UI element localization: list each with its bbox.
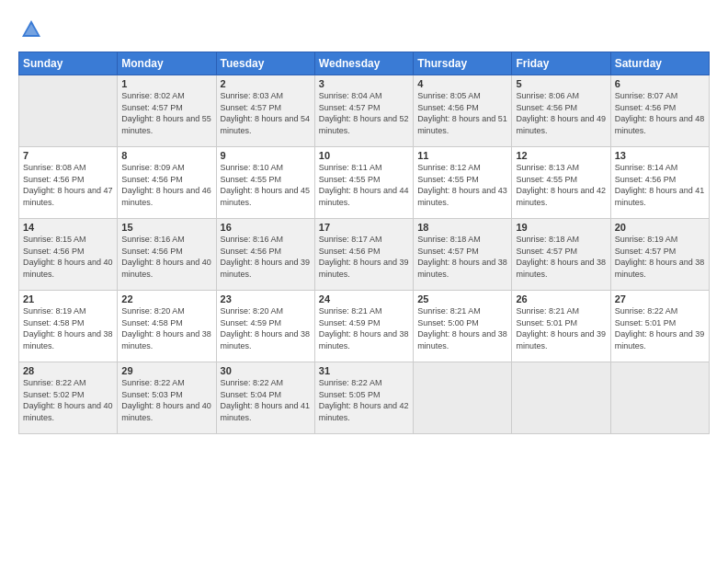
day-number: 6 — [615, 78, 705, 89]
day-info: Sunrise: 8:18 AMSunset: 4:57 PMDaylight:… — [516, 234, 606, 280]
calendar-day-cell: 9Sunrise: 8:10 AMSunset: 4:55 PMDaylight… — [216, 147, 314, 219]
day-number: 30 — [221, 365, 311, 376]
day-info: Sunrise: 8:14 AMSunset: 4:56 PMDaylight:… — [615, 162, 705, 208]
day-info: Sunrise: 8:10 AMSunset: 4:55 PMDaylight:… — [221, 162, 311, 208]
calendar-day-cell: 20Sunrise: 8:19 AMSunset: 4:57 PMDayligh… — [610, 219, 709, 291]
day-info: Sunrise: 8:22 AMSunset: 5:02 PMDaylight:… — [23, 377, 113, 423]
day-number: 20 — [615, 222, 705, 233]
calendar-weekday-tuesday: Tuesday — [216, 52, 314, 75]
day-number: 13 — [615, 150, 705, 161]
calendar-day-cell: 30Sunrise: 8:22 AMSunset: 5:04 PMDayligh… — [216, 362, 314, 434]
logo-icon — [18, 17, 44, 42]
calendar-day-cell: 12Sunrise: 8:13 AMSunset: 4:55 PMDayligh… — [512, 147, 610, 219]
calendar-day-cell: 11Sunrise: 8:12 AMSunset: 4:55 PMDayligh… — [414, 147, 512, 219]
day-info: Sunrise: 8:02 AMSunset: 4:57 PMDaylight:… — [121, 90, 211, 136]
calendar-day-cell — [610, 362, 709, 434]
calendar-day-cell: 18Sunrise: 8:18 AMSunset: 4:57 PMDayligh… — [414, 219, 512, 291]
day-number: 17 — [319, 222, 409, 233]
calendar-week-row: 28Sunrise: 8:22 AMSunset: 5:02 PMDayligh… — [19, 362, 710, 434]
day-number: 11 — [417, 150, 507, 161]
day-number: 23 — [221, 293, 311, 304]
calendar-week-row: 1Sunrise: 8:02 AMSunset: 4:57 PMDaylight… — [19, 75, 710, 147]
day-number: 22 — [121, 293, 211, 304]
day-number: 25 — [417, 293, 507, 304]
calendar-day-cell: 23Sunrise: 8:20 AMSunset: 4:59 PMDayligh… — [216, 291, 314, 362]
calendar-day-cell: 2Sunrise: 8:03 AMSunset: 4:57 PMDaylight… — [216, 75, 314, 147]
calendar-table: SundayMondayTuesdayWednesdayThursdayFrid… — [18, 52, 710, 434]
calendar-day-cell: 24Sunrise: 8:21 AMSunset: 4:59 PMDayligh… — [314, 291, 413, 362]
calendar-header-row: SundayMondayTuesdayWednesdayThursdayFrid… — [19, 52, 710, 75]
calendar-day-cell — [19, 75, 118, 147]
day-info: Sunrise: 8:11 AMSunset: 4:55 PMDaylight:… — [319, 162, 409, 208]
calendar-day-cell: 3Sunrise: 8:04 AMSunset: 4:57 PMDaylight… — [314, 75, 413, 147]
day-info: Sunrise: 8:20 AMSunset: 4:59 PMDaylight:… — [221, 305, 311, 351]
day-number: 1 — [121, 78, 211, 89]
calendar-week-row: 21Sunrise: 8:19 AMSunset: 4:58 PMDayligh… — [19, 291, 710, 362]
day-info: Sunrise: 8:04 AMSunset: 4:57 PMDaylight:… — [319, 90, 409, 136]
day-info: Sunrise: 8:06 AMSunset: 4:56 PMDaylight:… — [516, 90, 606, 136]
day-number: 14 — [23, 222, 113, 233]
calendar-day-cell: 5Sunrise: 8:06 AMSunset: 4:56 PMDaylight… — [512, 75, 610, 147]
calendar-week-row: 14Sunrise: 8:15 AMSunset: 4:56 PMDayligh… — [19, 219, 710, 291]
day-info: Sunrise: 8:21 AMSunset: 5:00 PMDaylight:… — [417, 305, 507, 351]
day-number: 4 — [417, 78, 507, 89]
day-info: Sunrise: 8:22 AMSunset: 5:03 PMDaylight:… — [121, 377, 211, 423]
calendar-day-cell — [414, 362, 512, 434]
day-info: Sunrise: 8:22 AMSunset: 5:05 PMDaylight:… — [319, 377, 409, 423]
day-number: 3 — [319, 78, 409, 89]
calendar-day-cell: 31Sunrise: 8:22 AMSunset: 5:05 PMDayligh… — [314, 362, 413, 434]
calendar-day-cell: 28Sunrise: 8:22 AMSunset: 5:02 PMDayligh… — [19, 362, 118, 434]
day-number: 12 — [516, 150, 606, 161]
day-number: 24 — [319, 293, 409, 304]
day-number: 31 — [319, 365, 409, 376]
day-info: Sunrise: 8:12 AMSunset: 4:55 PMDaylight:… — [417, 162, 507, 208]
day-info: Sunrise: 8:22 AMSunset: 5:04 PMDaylight:… — [221, 377, 311, 423]
day-number: 15 — [121, 222, 211, 233]
header — [18, 17, 710, 42]
day-number: 10 — [319, 150, 409, 161]
calendar-weekday-wednesday: Wednesday — [314, 52, 413, 75]
calendar-day-cell: 22Sunrise: 8:20 AMSunset: 4:58 PMDayligh… — [118, 291, 216, 362]
day-number: 26 — [516, 293, 606, 304]
day-info: Sunrise: 8:19 AMSunset: 4:58 PMDaylight:… — [23, 305, 113, 351]
calendar-day-cell: 26Sunrise: 8:21 AMSunset: 5:01 PMDayligh… — [512, 291, 610, 362]
day-number: 5 — [516, 78, 606, 89]
day-number: 16 — [221, 222, 311, 233]
calendar-day-cell: 17Sunrise: 8:17 AMSunset: 4:56 PMDayligh… — [314, 219, 413, 291]
calendar-weekday-saturday: Saturday — [610, 52, 709, 75]
calendar-day-cell: 15Sunrise: 8:16 AMSunset: 4:56 PMDayligh… — [118, 219, 216, 291]
day-info: Sunrise: 8:09 AMSunset: 4:56 PMDaylight:… — [121, 162, 211, 208]
calendar-day-cell — [512, 362, 610, 434]
day-info: Sunrise: 8:08 AMSunset: 4:56 PMDaylight:… — [23, 162, 113, 208]
day-number: 8 — [121, 150, 211, 161]
calendar-day-cell: 10Sunrise: 8:11 AMSunset: 4:55 PMDayligh… — [314, 147, 413, 219]
day-number: 2 — [221, 78, 311, 89]
day-number: 21 — [23, 293, 113, 304]
calendar-day-cell: 4Sunrise: 8:05 AMSunset: 4:56 PMDaylight… — [414, 75, 512, 147]
calendar-weekday-monday: Monday — [118, 52, 216, 75]
calendar-week-row: 7Sunrise: 8:08 AMSunset: 4:56 PMDaylight… — [19, 147, 710, 219]
day-info: Sunrise: 8:13 AMSunset: 4:55 PMDaylight:… — [516, 162, 606, 208]
calendar-weekday-friday: Friday — [512, 52, 610, 75]
calendar-day-cell: 25Sunrise: 8:21 AMSunset: 5:00 PMDayligh… — [414, 291, 512, 362]
day-number: 7 — [23, 150, 113, 161]
day-number: 19 — [516, 222, 606, 233]
calendar-day-cell: 19Sunrise: 8:18 AMSunset: 4:57 PMDayligh… — [512, 219, 610, 291]
day-info: Sunrise: 8:20 AMSunset: 4:58 PMDaylight:… — [121, 305, 211, 351]
calendar-day-cell: 21Sunrise: 8:19 AMSunset: 4:58 PMDayligh… — [19, 291, 118, 362]
calendar-day-cell: 29Sunrise: 8:22 AMSunset: 5:03 PMDayligh… — [118, 362, 216, 434]
logo — [18, 17, 48, 42]
day-info: Sunrise: 8:21 AMSunset: 5:01 PMDaylight:… — [516, 305, 606, 351]
day-number: 18 — [417, 222, 507, 233]
calendar-day-cell: 16Sunrise: 8:16 AMSunset: 4:56 PMDayligh… — [216, 219, 314, 291]
day-info: Sunrise: 8:18 AMSunset: 4:57 PMDaylight:… — [417, 234, 507, 280]
calendar-day-cell: 8Sunrise: 8:09 AMSunset: 4:56 PMDaylight… — [118, 147, 216, 219]
calendar-day-cell: 27Sunrise: 8:22 AMSunset: 5:01 PMDayligh… — [610, 291, 709, 362]
day-number: 9 — [221, 150, 311, 161]
day-info: Sunrise: 8:16 AMSunset: 4:56 PMDaylight:… — [221, 234, 311, 280]
day-number: 29 — [121, 365, 211, 376]
day-info: Sunrise: 8:17 AMSunset: 4:56 PMDaylight:… — [319, 234, 409, 280]
day-info: Sunrise: 8:15 AMSunset: 4:56 PMDaylight:… — [23, 234, 113, 280]
day-info: Sunrise: 8:22 AMSunset: 5:01 PMDaylight:… — [615, 305, 705, 351]
calendar-day-cell: 13Sunrise: 8:14 AMSunset: 4:56 PMDayligh… — [610, 147, 709, 219]
